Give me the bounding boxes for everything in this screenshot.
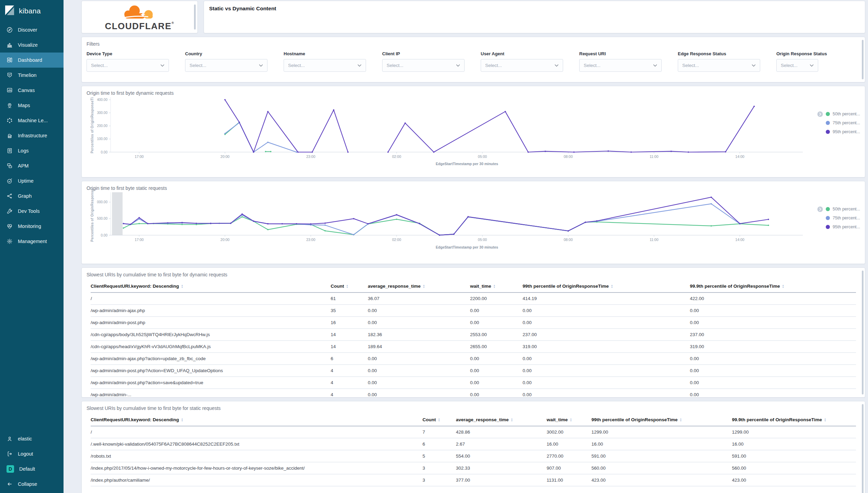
dashboard-title: Static vs Dynamic Content — [204, 1, 865, 12]
sidebar-item-uptime[interactable]: Uptime — [0, 173, 64, 188]
sort-icon[interactable]: ▲▼ — [346, 284, 348, 288]
scrollbar[interactable] — [862, 40, 864, 79]
filter-select-hostname[interactable]: Select... — [284, 59, 366, 72]
sidebar-item-dev-tools[interactable]: Dev Tools — [0, 204, 64, 219]
sidebar-item-elastic[interactable]: elastic — [0, 431, 64, 446]
sidebar-item-logs[interactable]: Logs — [0, 143, 64, 158]
column-header[interactable]: wait_time▲▼ — [547, 415, 592, 426]
column-header[interactable]: ClientRequestURI.keyword: Descending▲▼ — [91, 282, 331, 293]
sort-icon[interactable]: ▲▼ — [824, 418, 826, 422]
sort-icon[interactable]: ▲▼ — [570, 418, 572, 422]
column-header[interactable]: Count▲▼ — [331, 282, 368, 293]
filter-origin-response-status: Origin Response Status Select... — [776, 51, 859, 72]
line-chart-dynamic[interactable]: 0.00100.00200.00300.00400.0017:0020:0023… — [97, 97, 813, 161]
table-cell: 4 — [331, 365, 368, 377]
column-header[interactable]: 99.9th percentile of OriginResponseTime▲… — [690, 282, 856, 293]
legend-expand-icon[interactable] — [817, 111, 823, 117]
filter-label: Request URI — [579, 51, 662, 56]
filter-select-origin-response-status[interactable]: Select... — [776, 59, 818, 72]
sidebar-item-visualize[interactable]: Visualize — [0, 37, 64, 53]
sort-icon[interactable]: ▲▼ — [611, 284, 613, 288]
table-title: Slowest URIs by cumulative time to first… — [87, 272, 860, 277]
filter-edge-response-status: Edge Response Status Select... — [678, 51, 760, 72]
legend-item[interactable]: 75th percent... — [826, 118, 860, 127]
table-cell: / — [91, 293, 331, 305]
sidebar-item-label: Maps — [18, 103, 30, 108]
sidebar-item-maps[interactable]: Maps — [0, 98, 64, 113]
y-axis-label: Percentiles of OriginResponse — [90, 189, 94, 242]
sidebar-item-monitoring[interactable]: Monitoring — [0, 219, 64, 234]
sidebar-item-label: Canvas — [18, 88, 35, 93]
svg-text:05:00: 05:00 — [478, 238, 487, 242]
sort-icon[interactable]: ▲▼ — [438, 418, 440, 422]
sidebar-item-timelion[interactable]: Timelion — [0, 68, 64, 83]
table-cell: 0.00 — [523, 353, 690, 365]
table-cell: 0.00 — [523, 377, 690, 389]
svg-text:20:00: 20:00 — [220, 154, 229, 159]
filter-select-client-ip[interactable]: Select... — [382, 59, 465, 72]
column-header[interactable]: Count▲▼ — [422, 415, 456, 426]
table-row: /6136.072200.00414.19422.00 — [91, 293, 856, 305]
sidebar-item-default-space[interactable]: DDefault — [0, 461, 64, 477]
sidebar-item-graph[interactable]: Graph — [0, 188, 64, 204]
sidebar-item-infrastructure[interactable]: Infrastructure — [0, 128, 64, 143]
legend-item[interactable]: 75th percent... — [826, 214, 860, 222]
chart-panel-static: Origin time to first byte static request… — [81, 181, 865, 264]
kibana-logo[interactable]: kibana — [0, 0, 64, 22]
svg-text:11:00: 11:00 — [650, 154, 659, 159]
sidebar-item-management[interactable]: Management — [0, 234, 64, 249]
sidebar-item-discover[interactable]: Discover — [0, 22, 64, 37]
sidebar-item-apm[interactable]: APM — [0, 158, 64, 173]
sidebar-item-canvas[interactable]: Canvas — [0, 83, 64, 98]
sort-icon[interactable]: ▲▼ — [181, 418, 183, 422]
sidebar-item-logout[interactable]: Logout — [0, 446, 64, 461]
column-header[interactable]: 99.9th percentile of OriginResponseTime▲… — [732, 415, 856, 426]
legend-item[interactable]: 95th percent... — [826, 222, 860, 231]
legend-dot-icon — [826, 121, 830, 125]
svg-text:17:00: 17:00 — [135, 238, 144, 242]
sort-icon[interactable]: ▲▼ — [782, 284, 784, 288]
infrastructure-icon — [7, 133, 13, 139]
sort-icon[interactable]: ▲▼ — [181, 284, 183, 288]
sort-icon[interactable]: ▲▼ — [493, 284, 495, 288]
table-cell: 0.00 — [470, 305, 523, 317]
legend-item[interactable]: 95th percent... — [826, 127, 860, 136]
sort-icon[interactable]: ▲▼ — [423, 284, 425, 288]
table-cell: /robots.txt — [91, 450, 422, 462]
legend-label: 50th percent... — [833, 207, 860, 211]
table-row: /wp-admin/admin-ajax.php350.000.000.000.… — [91, 305, 856, 317]
column-header[interactable]: average_response_time▲▼ — [456, 415, 547, 426]
kibana-app: kibana DiscoverVisualizeDashboardTimelio… — [0, 0, 868, 493]
table-row: /wp-admin/admin-...40.000.000.000.00 — [91, 389, 856, 398]
legend-item[interactable]: 50th percent... — [817, 110, 860, 118]
filter-select-user-agent[interactable]: Select... — [481, 59, 563, 72]
filter-select-edge-response-status[interactable]: Select... — [678, 59, 760, 72]
table-row: /cdn-cgi/apps/head/xVgyKhR-vV3dAUGhMqfBc… — [91, 341, 856, 353]
sort-icon[interactable]: ▲▼ — [511, 418, 513, 422]
table-cell: 0.00 — [690, 389, 856, 398]
legend-dot-icon — [826, 207, 830, 211]
scrollbar[interactable] — [862, 404, 864, 493]
sidebar-item-dashboard[interactable]: Dashboard — [0, 53, 64, 68]
sidebar-item-collapse[interactable]: Collapse — [0, 477, 64, 492]
line-chart-static[interactable]: 0.00500.001000.0017:0020:0023:0002:0005:… — [97, 192, 813, 244]
column-header[interactable]: wait_time▲▼ — [470, 282, 523, 293]
table-cell: 4 — [331, 377, 368, 389]
legend-item[interactable]: 50th percent... — [817, 205, 860, 214]
scrollbar[interactable] — [862, 271, 864, 394]
filter-select-country[interactable]: Select... — [185, 59, 267, 72]
column-header[interactable]: average_response_time▲▼ — [368, 282, 470, 293]
column-header[interactable]: 99th percentile of OriginResponseTime▲▼ — [523, 282, 690, 293]
scrollbar[interactable] — [194, 4, 196, 30]
filter-select-request-uri[interactable]: Select... — [579, 59, 662, 72]
sidebar-item-machine-learning[interactable]: Machine Le... — [0, 113, 64, 128]
svg-text:14:00: 14:00 — [735, 154, 744, 159]
sort-icon[interactable]: ▲▼ — [680, 418, 682, 422]
sidebar-item-label: Logs — [18, 148, 28, 153]
table-row: /wp-admin/admin-post.php?Action=EWD_UFAQ… — [91, 365, 856, 377]
filter-select-device-type[interactable]: Select... — [87, 59, 169, 72]
column-header[interactable]: ClientRequestURI.keyword: Descending▲▼ — [91, 415, 422, 426]
legend-expand-icon[interactable] — [817, 206, 823, 212]
column-header[interactable]: 99th percentile of OriginResponseTime▲▼ — [592, 415, 732, 426]
table-cell: 7 — [422, 426, 456, 438]
